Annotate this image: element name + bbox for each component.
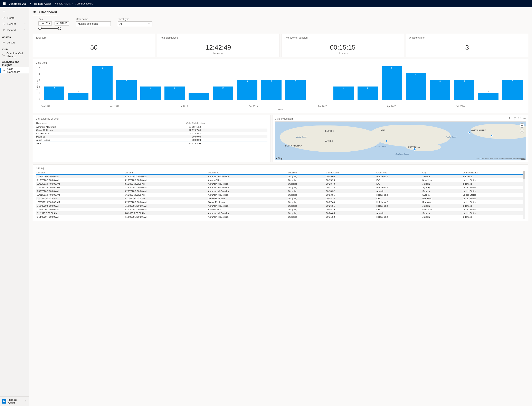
map-dot[interactable] — [491, 135, 493, 137]
table-row[interactable]: 1/18/2020 8:00:00 AM5/19/2020 7:00:00 AM… — [36, 204, 523, 208]
table-row[interactable]: 10/23/2019 7:00:00 AM5/29/2020 7:00:00 A… — [36, 200, 523, 204]
filter-label: Date — [38, 18, 69, 21]
sidebar-item-home[interactable]: Home — [0, 15, 29, 21]
col-header[interactable]: User name — [36, 121, 159, 125]
value: 12:42:49 — [160, 40, 277, 52]
slider-thumb-right[interactable] — [58, 27, 61, 30]
table-row[interactable]: 5/30/2020 7:00:00 AM6/23/2020 7:00:00 AM… — [36, 189, 523, 193]
chevron-down-icon — [148, 22, 150, 26]
filters-bar: Date 1/6/2019 9/18/2020 User name Multip… — [33, 17, 528, 34]
map[interactable]: EUROPE ASIA NORTH AMERIC AFRICA SOUTH AM… — [275, 121, 526, 160]
col-header[interactable]: Country/Region — [462, 171, 523, 175]
svg-rect-4 — [4, 3, 5, 4]
map-toolbar: ↑ ↓ ⇅ ▽ ⛶ ⋯ — [498, 116, 526, 120]
table-row[interactable]: 2/1/2019 8:00:00 AM5/4/2020 7:00:00 AMAb… — [36, 211, 523, 215]
bar-chart[interactable]: 2153221233322543313 — [41, 65, 525, 100]
calls-trend-panel: Calls trend Call count 543210 2153221233… — [33, 59, 528, 113]
main-content: Calls Dashboard Date 1/6/2019 9/18/2020 … — [29, 7, 532, 406]
svg-rect-0 — [3, 2, 4, 3]
value: 50 — [36, 40, 152, 52]
focus-icon[interactable]: ⛶ — [518, 116, 521, 120]
date-filter: Date 1/6/2019 9/18/2020 — [38, 18, 69, 30]
zoom-in-button[interactable]: + — [520, 123, 524, 128]
more-icon[interactable]: ⋯ — [523, 116, 526, 120]
scrollbar[interactable] — [523, 171, 525, 219]
app-name-label[interactable]: Remote Assist — [34, 2, 51, 5]
pin-icon — [2, 29, 6, 31]
sidebar-item-onetime-call[interactable]: One-time Call (Previ... — [0, 52, 29, 58]
svg-rect-3 — [3, 3, 4, 4]
card-total-duration: Total call duration 12:42:49 hh:mm:ss — [157, 34, 279, 57]
sidebar-item-assets[interactable]: Assets — [0, 39, 29, 45]
arrow-up-icon[interactable]: ↑ — [498, 116, 502, 120]
app-badge: RA — [2, 399, 6, 404]
chevron-down-icon — [106, 22, 109, 26]
map-dot[interactable] — [468, 132, 470, 134]
table-row[interactable]: 10/31/2019 7:00:00 AM6/6/2020 7:00:00 AM… — [36, 193, 523, 197]
table-row[interactable]: 5/10/2020 7:00:00 AM8/10/2020 7:00:00 AM… — [36, 178, 523, 182]
table-row[interactable]: Ashley Chinn601:53:42 — [36, 132, 267, 135]
sidebar: Home Recent Pinned Assets Assets Calls O… — [0, 7, 29, 406]
sidebar-item-recent[interactable]: Recent — [0, 21, 29, 27]
user-dropdown[interactable]: Multiple selections — [76, 22, 111, 26]
col-header[interactable]: Direction — [287, 171, 325, 175]
sidebar-item-pinned[interactable]: Pinned — [0, 27, 29, 33]
col-header[interactable]: Call duration — [192, 121, 267, 125]
client-dropdown[interactable]: All — [118, 22, 152, 26]
map-provider: ▸ Bing — [276, 157, 282, 160]
app-launcher-icon[interactable] — [2, 1, 7, 7]
table-row[interactable]: Jamie Reding00:00:00 — [36, 138, 267, 142]
y-axis: 543210 — [39, 65, 41, 104]
table-row[interactable]: 6/14/2020 7:00:00 AM4/13/2020 7:00:00 AM… — [36, 215, 523, 219]
table-row[interactable]: 7/29/2020 7:00:00 AM5/10/2020 7:00:00 AM… — [36, 208, 523, 211]
col-header[interactable]: City — [422, 171, 462, 175]
sidebar-item-label: Recent — [7, 22, 16, 26]
col-header[interactable]: Call start — [36, 171, 124, 175]
value: 00:15:15 — [285, 40, 401, 52]
topbar: Dynamics 365 Remote Assist Remote Assist… — [0, 0, 532, 7]
map-dot[interactable] — [386, 140, 388, 142]
table-row[interactable]: David So00:00:00 — [36, 135, 267, 138]
brand-label[interactable]: Dynamics 365 — [8, 2, 26, 5]
table-row[interactable]: Ginnie Robinson1202:07:08 — [36, 129, 267, 132]
chevron-down-icon — [24, 22, 27, 26]
breadcrumb-item[interactable]: Calls Dashboard — [75, 2, 93, 5]
col-header[interactable]: Call end — [124, 171, 207, 175]
x-axis-label: Date — [36, 108, 525, 111]
chevron-down-icon[interactable] — [28, 2, 31, 5]
arrow-down-icon[interactable]: ↓ — [503, 116, 506, 120]
map-dot[interactable] — [413, 148, 416, 151]
table-row[interactable]: Abraham McCormick3208:41:59 — [36, 125, 267, 129]
svg-rect-5 — [5, 3, 6, 4]
collapse-sidebar-button[interactable] — [0, 7, 29, 15]
slider-thumb-left[interactable] — [38, 27, 42, 30]
sidebar-group-analytics: Analytics and Insights — [0, 58, 29, 67]
col-header[interactable]: Client type — [375, 171, 421, 175]
table-row[interactable]: 10/13/2019 7:00:00 AM8/1/2020 7:00:00 AM… — [36, 182, 523, 186]
breadcrumb-item[interactable]: Remote Assist — [55, 2, 70, 5]
sidebar-item-calls-dashboard[interactable]: Calls Dashboard — [0, 67, 29, 73]
page-title: Calls Dashboard — [33, 7, 57, 15]
col-header[interactable]: Call duration — [325, 171, 376, 175]
stats-table[interactable]: User name Calls Call duration Abraham Mc… — [36, 121, 267, 145]
svg-rect-2 — [5, 2, 6, 3]
table-row[interactable]: 1/24/2020 8:00:00 AM8/13/2020 7:00:00 AM… — [36, 175, 523, 179]
date-from-input[interactable]: 1/6/2019 — [38, 22, 52, 26]
filter-icon[interactable]: ▽ — [513, 116, 516, 120]
zoom-out-button[interactable]: − — [520, 129, 524, 133]
date-range-slider[interactable] — [38, 27, 61, 30]
col-header[interactable]: Calls — [159, 121, 192, 125]
sort-icon[interactable]: ⇅ — [508, 116, 511, 120]
col-header[interactable]: User name — [207, 171, 287, 175]
calls-by-location-panel: Calls by location ↑ ↓ ⇅ ▽ ⛶ ⋯ EUROPE ASI… — [273, 115, 528, 162]
sidebar-item-label: Pinned — [7, 29, 15, 32]
call-log-table[interactable]: Call startCall endUser nameDirectionCall… — [36, 171, 523, 219]
date-to-input[interactable]: 9/18/2020 — [54, 22, 69, 26]
value: 3 — [409, 40, 525, 52]
sidebar-footer[interactable]: RA Remote Assist — [0, 396, 29, 406]
filter-label: User name — [76, 18, 111, 21]
table-row[interactable]: 10/10/2019 7:00:00 AM7/19/2020 7:00:00 A… — [36, 186, 523, 189]
updown-icon[interactable] — [24, 400, 27, 403]
table-row[interactable]: 1/4/2020 8:00:00 AM6/1/2020 7:00:00 AMGi… — [36, 197, 523, 200]
map-attribution: © 2020 TomTom © 2020 HERE, © 2020 Micros… — [476, 158, 525, 160]
